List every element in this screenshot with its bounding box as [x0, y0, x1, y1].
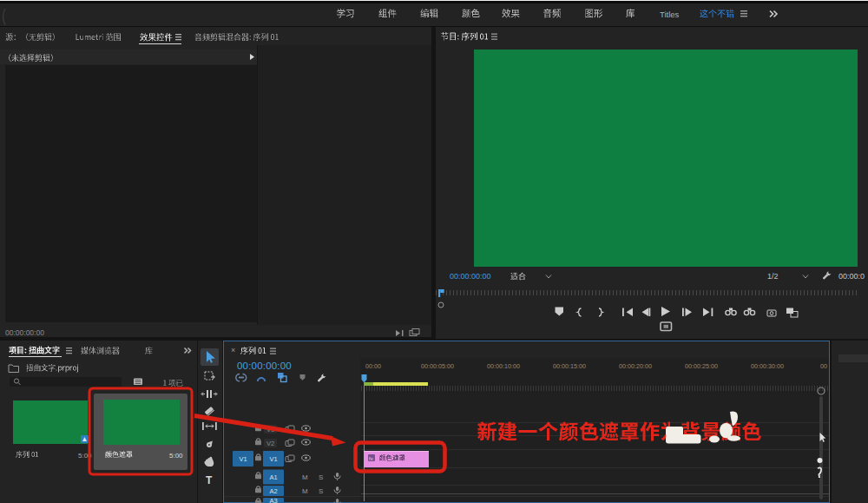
svg-text:1/2: 1/2	[767, 272, 779, 281]
svg-text:M: M	[302, 487, 308, 495]
svg-text:T: T	[206, 474, 213, 486]
svg-text:00:00:30:00: 00:00:30:00	[751, 362, 784, 370]
svg-text:M: M	[302, 473, 308, 481]
svg-text:V1: V1	[269, 455, 277, 463]
svg-text:×: ×	[231, 346, 235, 354]
svg-text:00:00:00:00: 00:00:00:00	[237, 361, 292, 371]
svg-text:5:00: 5:00	[169, 452, 183, 460]
svg-text:Titles: Titles	[660, 10, 680, 19]
svg-text:00:00:00:00: 00:00:00:00	[5, 328, 44, 337]
svg-text:S: S	[319, 473, 323, 481]
svg-text:A2: A2	[269, 487, 277, 495]
svg-text:00: 00	[820, 362, 827, 370]
svg-text:00:00:10:00: 00:00:10:00	[487, 362, 520, 370]
svg-text:00:00:15:00: 00:00:15:00	[553, 362, 586, 370]
svg-text:S: S	[319, 487, 323, 495]
svg-text:V2: V2	[266, 440, 274, 447]
svg-text:00:00:25:00: 00:00:25:00	[685, 362, 718, 370]
svg-text:00:00:05:00: 00:00:05:00	[421, 362, 454, 370]
svg-text:00:00: 00:00	[365, 362, 381, 370]
svg-text:00:00:00:00: 00:00:00:00	[450, 272, 491, 281]
svg-text:A1: A1	[269, 473, 277, 481]
svg-text:V1: V1	[239, 455, 247, 463]
svg-text:00:00:0: 00:00:0	[838, 272, 865, 281]
svg-text:A3: A3	[269, 497, 277, 503]
svg-text:00:00:20:00: 00:00:20:00	[619, 362, 652, 370]
svg-text:fx: fx	[369, 456, 373, 461]
